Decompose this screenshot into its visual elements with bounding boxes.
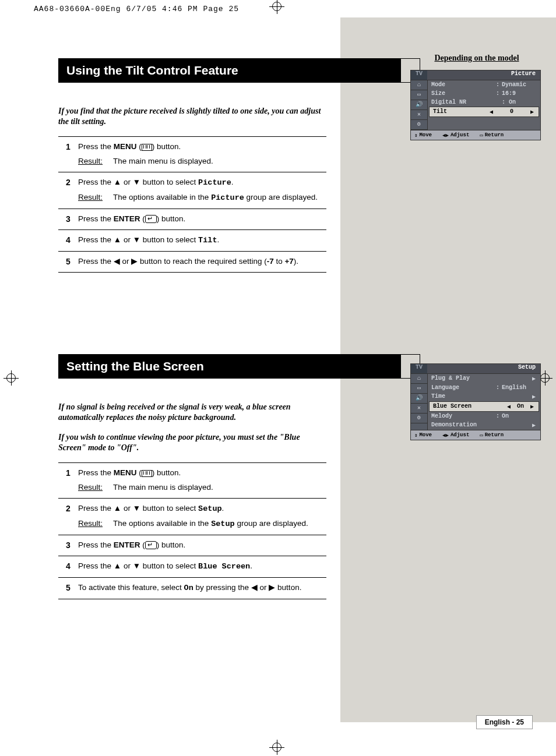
section-2-title: Setting the Blue Screen xyxy=(58,355,401,378)
picture-icon: ⌂ xyxy=(411,80,427,90)
step: 4 Press the ▲ or ▼ button to select Blue… xyxy=(58,556,326,577)
step: 1 Press the MENU () button. Result:The m… xyxy=(58,136,326,172)
osd-side-icons: ⌂ ▭ 🔊 ✕ ⚙ xyxy=(411,80,428,130)
step: 5 To activate this feature, select On by… xyxy=(58,577,326,599)
registration-mark-bottom xyxy=(269,740,284,755)
osd-row-selected: Blue Screen◀On▶ xyxy=(429,401,539,412)
step: 3 Press the ENTER () button. xyxy=(58,209,326,229)
print-header: AA68-03660A-00Eng 6/7/05 4:46 PM Page 25 xyxy=(34,5,239,13)
section-2-intro-1: If no signal is being received or the si… xyxy=(58,402,326,423)
page-number: English - 25 xyxy=(476,715,533,729)
section-1-title-box: Using the Tilt Control Feature xyxy=(58,58,420,83)
step: 5 Press the ◀ or ▶ button to reach the r… xyxy=(58,251,326,273)
osd-caption: Depending on the model xyxy=(413,54,541,63)
adjust-hint: ◀▶ Adjust xyxy=(442,132,469,139)
registration-mark-top xyxy=(269,0,284,14)
section-1-intro: If you find that the picture received is… xyxy=(58,106,326,127)
osd-side-icons: ⌂ ▭ 🔊 ✕ ⚙ xyxy=(411,374,428,430)
osd-footer: ⇕ Move ◀▶ Adjust ▭ Return xyxy=(411,430,540,440)
step: 4 Press the ▲ or ▼ button to select Tilt… xyxy=(58,229,326,251)
settings-icon: ⚙ xyxy=(411,120,427,130)
menu-icon xyxy=(142,470,152,477)
sound-icon: ▭ xyxy=(411,90,427,100)
section-2-intro-2: If you wish to continue viewing the poor… xyxy=(58,432,326,453)
return-hint: ▭ Return xyxy=(480,132,504,139)
step: 2 Press the ▲ or ▼ button to select Pict… xyxy=(58,172,326,209)
channel-icon: 🔊 xyxy=(411,100,427,110)
osd-setup: TVSetup ⌂ ▭ 🔊 ✕ ⚙ Plug & Play▶ Language:… xyxy=(410,363,541,440)
step: 1 Press the MENU () button. Result:The m… xyxy=(58,462,326,498)
osd-row-selected: Tilt◀0▶ xyxy=(429,107,539,117)
step: 2 Press the ▲ or ▼ button to select Setu… xyxy=(58,498,326,535)
move-hint: ⇕ Move xyxy=(414,132,432,139)
enter-icon xyxy=(145,215,157,223)
result-label: Result: xyxy=(78,156,113,167)
section-2-title-box: Setting the Blue Screen xyxy=(58,354,420,379)
setup-icon: ✕ xyxy=(411,110,427,120)
step: 3 Press the ENTER () button. xyxy=(58,535,326,556)
osd-picture: TVPicture ⌂ ▭ 🔊 ✕ ⚙ Mode:Dynamic Size:16… xyxy=(410,70,541,140)
section-1-title: Using the Tilt Control Feature xyxy=(58,59,401,82)
enter-icon xyxy=(145,541,157,549)
registration-mark-left xyxy=(3,370,19,386)
menu-icon xyxy=(142,144,152,151)
section-2-steps: 1 Press the MENU () button. Result:The m… xyxy=(58,462,326,599)
page: AA68-03660A-00Eng 6/7/05 4:46 PM Page 25… xyxy=(0,0,556,756)
osd-footer: ⇕ Move ◀▶ Adjust ▭ Return xyxy=(411,130,540,140)
section-1-steps: 1 Press the MENU () button. Result:The m… xyxy=(58,136,326,272)
